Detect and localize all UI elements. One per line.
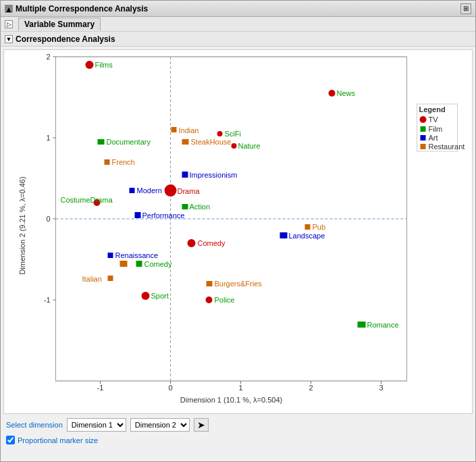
svg-text:Documentary: Documentary <box>107 138 151 146</box>
svg-text:3: 3 <box>379 384 383 392</box>
svg-rect-25 <box>421 126 426 132</box>
svg-text:-1: -1 <box>97 384 104 392</box>
variable-summary-tab[interactable]: Variable Summary <box>18 18 101 30</box>
svg-text:French: French <box>112 158 135 166</box>
chart-area: -1 0 1 2 3 1 0 -1 2 Dimension 1 (10.1 %,… <box>3 49 473 414</box>
svg-text:Indian: Indian <box>179 126 199 134</box>
svg-text:Italian: Italian <box>82 275 102 283</box>
svg-text:1: 1 <box>238 384 242 392</box>
scatter-plot: -1 0 1 2 3 1 0 -1 2 Dimension 1 (10.1 %,… <box>4 50 472 414</box>
svg-text:SciFi: SciFi <box>225 130 241 138</box>
svg-text:Impressionism: Impressionism <box>190 171 238 179</box>
dimension1-select[interactable]: Dimension 1 Dimension 2 Dimension 3 <box>67 418 126 432</box>
svg-text:Comedy: Comedy <box>144 260 172 268</box>
expand-button[interactable]: ⊞ <box>460 3 471 14</box>
svg-text:Restaurant: Restaurant <box>429 143 465 151</box>
ca-section-header: ▼ Correspondence Analysis <box>1 32 475 47</box>
dimension-selector-row: Select dimension Dimension 1 Dimension 2… <box>6 418 209 432</box>
point-pub <box>305 224 311 230</box>
y-axis-label: Dimension 2 (9.21 %, λ=0.46) <box>18 176 26 274</box>
title-bar: ▲ Multiple Correspondence Analysis ⊞ <box>1 1 475 17</box>
point-landscape <box>280 232 288 238</box>
svg-text:TV: TV <box>429 116 439 124</box>
svg-text:CostumeDrama: CostumeDrama <box>61 196 113 204</box>
svg-text:Films: Films <box>95 61 113 69</box>
svg-rect-27 <box>421 135 426 140</box>
svg-text:Nature: Nature <box>238 142 261 150</box>
svg-text:News: News <box>337 89 356 97</box>
point-films <box>86 61 94 69</box>
svg-text:Pub: Pub <box>313 223 326 231</box>
point-italian <box>108 276 113 281</box>
point-comedy-film <box>136 261 142 267</box>
point-comedy-tv <box>188 239 196 247</box>
point-documentary <box>98 139 105 145</box>
svg-text:Performance: Performance <box>142 211 185 220</box>
point-modern <box>130 188 135 193</box>
point-steakhouse <box>182 139 189 145</box>
svg-text:0: 0 <box>168 384 172 392</box>
point-french <box>105 159 110 165</box>
x-axis-label: Dimension 1 (10.1 %, λ=0.504) <box>180 396 282 404</box>
point-news <box>329 90 336 97</box>
svg-text:Renaissance: Renaissance <box>115 251 159 259</box>
svg-text:Legend: Legend <box>419 105 446 113</box>
toggle-ca[interactable]: ▼ <box>5 35 13 43</box>
point-burgersfries <box>207 281 213 286</box>
svg-text:Comedy: Comedy <box>198 239 226 247</box>
svg-text:Drama: Drama <box>178 187 201 195</box>
checkbox-row: Proportional marker size <box>1 434 475 446</box>
svg-text:Modern: Modern <box>137 186 162 195</box>
bottom-controls: Select dimension Dimension 1 Dimension 2… <box>1 415 475 434</box>
point-indian <box>171 127 177 132</box>
svg-text:Sport: Sport <box>151 292 169 300</box>
point-police <box>206 297 213 303</box>
toggle-variable-summary[interactable]: ▷ <box>5 20 13 28</box>
svg-text:-1: -1 <box>44 296 51 304</box>
proportional-marker-label[interactable]: Proportional marker size <box>18 436 98 444</box>
svg-text:Art: Art <box>429 134 438 142</box>
svg-text:1: 1 <box>46 134 50 142</box>
main-window: ▲ Multiple Correspondence Analysis ⊞ ▷ V… <box>0 0 476 462</box>
svg-text:Landscape: Landscape <box>289 232 325 240</box>
point-comedy-film-bg <box>120 261 128 267</box>
svg-text:2: 2 <box>309 384 313 392</box>
point-sport <box>142 292 150 300</box>
svg-text:Action: Action <box>190 203 211 211</box>
point-nature <box>232 143 237 149</box>
point-renaissance <box>108 253 113 258</box>
ca-title: Correspondence Analysis <box>16 34 115 44</box>
point-impressionism <box>182 172 188 178</box>
variable-summary-header: ▷ Variable Summary <box>1 17 475 32</box>
svg-text:Police: Police <box>215 296 235 304</box>
arrow-button[interactable]: ➤ <box>194 418 209 432</box>
svg-text:2: 2 <box>46 53 50 61</box>
point-romance <box>358 322 366 328</box>
svg-rect-29 <box>421 144 426 149</box>
svg-text:Film: Film <box>429 125 443 133</box>
point-action <box>182 204 188 209</box>
point-drama <box>165 184 177 197</box>
svg-text:0: 0 <box>46 215 50 223</box>
point-performance <box>135 212 141 218</box>
proportional-marker-checkbox[interactable] <box>6 436 15 444</box>
svg-point-23 <box>420 116 427 123</box>
svg-text:Burgers&Fries: Burgers&Fries <box>215 280 263 288</box>
select-dimension-label: Select dimension <box>6 421 63 429</box>
window-title: Multiple Correspondence Analysis <box>16 4 460 14</box>
window-icon: ▲ <box>5 5 13 13</box>
svg-text:SteakHouse: SteakHouse <box>191 138 232 146</box>
dimension2-select[interactable]: Dimension 1 Dimension 2 Dimension 3 <box>130 418 190 432</box>
point-scifi <box>217 131 223 136</box>
svg-text:Romance: Romance <box>367 321 399 329</box>
